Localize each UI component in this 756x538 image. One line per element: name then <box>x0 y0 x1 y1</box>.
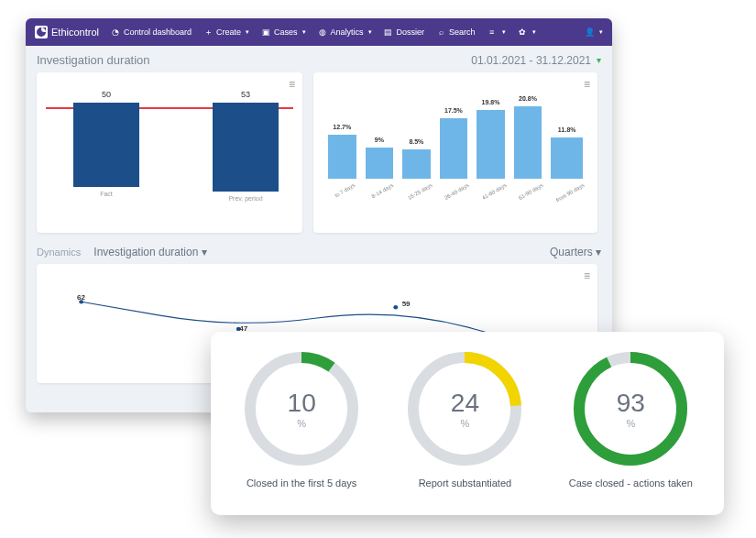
kpi-gauge: 10 % Closed in the first 5 days <box>242 349 361 489</box>
dist-value: 17.5% <box>440 107 468 114</box>
gauge-ring: 10 % <box>242 349 361 468</box>
duration-chart: 50Fact53Prev. period <box>46 89 293 208</box>
line-point-label: 62 <box>77 293 85 302</box>
dist-bar: 12.7% <box>328 135 356 179</box>
gauge-unit: % <box>626 418 635 429</box>
dist-category: 26-40 days <box>444 182 472 204</box>
gauge-label: Closed in the first 5 days <box>247 478 356 489</box>
gauge-label: Report substantiated <box>419 478 512 489</box>
nav-search[interactable]: ⌕ Search <box>435 27 476 38</box>
dynamics-metric-label: Investigation duration <box>93 246 198 258</box>
gauge-unit: % <box>461 418 470 429</box>
brand-label: Ethicontrol <box>51 27 99 38</box>
nav-list[interactable]: ≡ <box>487 27 506 38</box>
dist-column: 8.5%15-25 days <box>402 149 431 192</box>
dist-value: 12.7% <box>328 124 356 130</box>
gauge-value: 24 <box>451 389 479 418</box>
nav-search-label: Search <box>449 27 476 37</box>
gauge-icon: ◔ <box>110 27 121 38</box>
dist-category: to 7 days <box>334 182 357 202</box>
dist-column: 9%8-14 days <box>366 148 394 192</box>
chart-icon: ◍ <box>317 27 328 38</box>
bar-value: 53 <box>213 90 279 99</box>
dist-value: 11.8% <box>551 126 583 133</box>
dist-bar: 19.8% <box>477 110 505 179</box>
bar-value: 50 <box>73 90 139 99</box>
nav-dashboard[interactable]: ◔ Control dashboard <box>110 27 192 38</box>
kpi-gauge: 24 % Report substantiated <box>405 349 524 489</box>
dist-value: 20.8% <box>514 95 542 102</box>
gauge-ring: 24 % <box>405 349 524 468</box>
dist-bar: 8.5% <box>402 149 431 179</box>
dist-category: 61-90 days <box>518 182 546 204</box>
distribution-panel: ≡ 12.7%to 7 days9%8-14 days8.5%15-25 day… <box>313 72 597 233</box>
dist-value: 19.8% <box>477 99 505 105</box>
dist-category: from 90 days <box>555 182 587 206</box>
nav-cases-label: Cases <box>274 27 298 37</box>
dist-category: 41-60 days <box>481 182 509 204</box>
svg-point-2 <box>393 305 398 309</box>
dist-bar: 9% <box>366 148 394 179</box>
duration-bar-panel: ≡ 50Fact53Prev. period <box>37 72 302 233</box>
panel-menu-icon[interactable]: ≡ <box>584 78 590 91</box>
bar-category: Prev. period <box>213 195 279 202</box>
date-range-label: 01.01.2021 - 31.12.2021 <box>471 54 591 67</box>
user-icon: 👤 <box>584 27 595 38</box>
brand[interactable]: Ethicontrol <box>35 26 99 38</box>
dist-category: 8-14 days <box>370 182 396 203</box>
bar: 50Fact <box>73 103 139 187</box>
dist-column: 20.8%61-90 days <box>514 106 542 192</box>
nav-analytics-label: Analytics <box>331 27 364 37</box>
dynamics-header: Dynamics Investigation duration ▾ Quarte… <box>37 246 601 258</box>
doc-icon: ▤ <box>383 27 394 38</box>
gauge-label: Case closed - actions taken <box>569 478 693 489</box>
line-point-label: 59 <box>402 300 411 308</box>
nav-settings[interactable]: ✿ <box>517 27 536 38</box>
dist-column: 12.7%to 7 days <box>328 135 356 192</box>
dist-bar: 11.8% <box>551 137 583 179</box>
dist-bar: 20.8% <box>514 106 542 179</box>
dist-value: 8.5% <box>402 138 431 145</box>
folder-icon: ▣ <box>260 27 271 38</box>
dynamics-label: Dynamics <box>37 247 81 258</box>
dist-column: 17.5%26-40 days <box>440 118 468 192</box>
bar: 53Prev. period <box>213 103 279 192</box>
list-icon: ≡ <box>487 27 498 38</box>
dynamics-period-label: Quarters <box>550 246 593 258</box>
dist-value: 9% <box>366 137 394 143</box>
nav-dossier[interactable]: ▤ Dossier <box>383 27 425 38</box>
gauge-value: 93 <box>617 389 645 418</box>
nav-cases[interactable]: ▣ Cases <box>260 27 306 38</box>
nav-dossier-label: Dossier <box>397 27 425 37</box>
gauge-ring: 93 % <box>571 349 690 468</box>
bar-category: Fact <box>73 191 139 197</box>
dist-column: 19.8%41-60 days <box>477 110 505 192</box>
date-range-picker[interactable]: 01.01.2021 - 31.12.2021 ▾ <box>471 54 601 67</box>
kpi-gauge: 93 % Case closed - actions taken <box>569 349 693 489</box>
chevron-down-icon: ▾ <box>597 55 601 65</box>
nav-analytics[interactable]: ◍ Analytics <box>317 27 372 38</box>
dynamics-metric-dropdown[interactable]: Investigation duration ▾ <box>93 246 206 258</box>
plus-icon: ＋ <box>203 27 214 38</box>
distribution-chart: 12.7%to 7 days9%8-14 days8.5%15-25 days1… <box>323 93 588 212</box>
dynamics-period-dropdown[interactable]: Quarters ▾ <box>550 246 601 258</box>
nav-dashboard-label: Control dashboard <box>124 27 192 37</box>
page-title: Investigation duration <box>37 53 150 67</box>
dist-column: 11.8%from 90 days <box>551 137 583 192</box>
gauge-unit: % <box>297 418 306 429</box>
topbar: Ethicontrol ◔ Control dashboard ＋ Create… <box>26 18 612 46</box>
nav-create[interactable]: ＋ Create <box>203 27 249 38</box>
search-icon: ⌕ <box>435 27 446 38</box>
kpi-overlay-card: 10 % Closed in the first 5 days 24 % Rep… <box>211 332 724 515</box>
brand-icon <box>35 26 48 38</box>
nav-create-label: Create <box>216 27 241 37</box>
dist-bar: 17.5% <box>440 118 468 180</box>
gauge-value: 10 <box>288 389 316 418</box>
dist-category: 15-25 days <box>406 182 434 204</box>
gear-icon: ✿ <box>517 27 528 38</box>
nav-user[interactable]: 👤 <box>584 27 603 38</box>
